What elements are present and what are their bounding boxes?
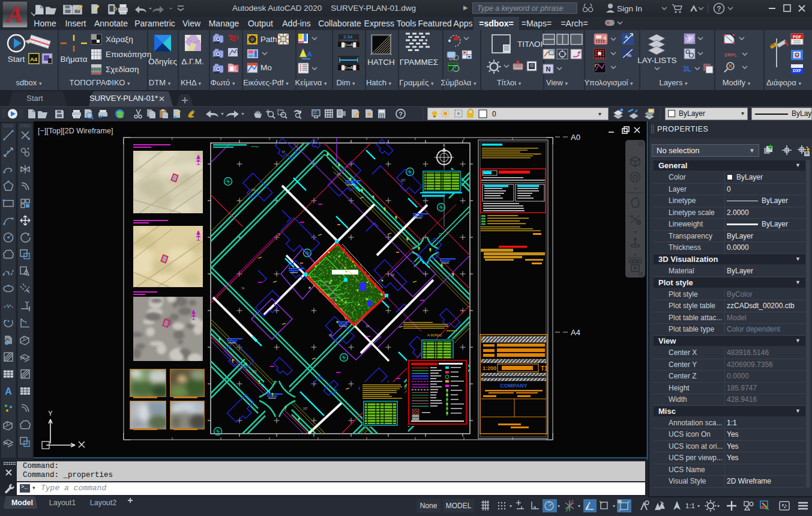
svg-text:123: 123: [449, 57, 456, 61]
svg-text:1:1: 1:1: [685, 502, 695, 509]
svg-text:?: ?: [398, 111, 403, 118]
svg-text:A: A: [625, 34, 628, 40]
svg-text:107: 107: [401, 179, 406, 182]
svg-text:None: None: [420, 502, 438, 510]
svg-text:τοπογρ.: τοπογρ.: [251, 145, 259, 148]
svg-text:P: P: [579, 50, 581, 54]
svg-text:A4: A4: [571, 328, 580, 337]
svg-text:ΔΕΗ: ΔΕΗ: [768, 43, 775, 47]
svg-text:ΓΡΑΜΜΕΣ: ΓΡΑΜΜΕΣ: [400, 58, 438, 67]
svg-text:Χάραξη: Χάραξη: [106, 35, 133, 44]
svg-text:3L: 3L: [683, 65, 691, 73]
svg-text:74: 74: [241, 287, 245, 290]
svg-text:1:200: 1:200: [483, 365, 496, 371]
svg-text:Σχεδίαση: Σχεδίαση: [106, 65, 139, 74]
svg-text:COMPANY: COMPANY: [500, 383, 527, 389]
svg-text:Mo: Mo: [260, 63, 272, 72]
svg-text:%: %: [627, 52, 631, 58]
svg-text:94: 94: [366, 325, 370, 328]
svg-text:1: 1: [236, 49, 239, 54]
svg-text:Οδηγίες: Οδηγίες: [148, 57, 177, 66]
svg-text:HATCH: HATCH: [367, 58, 395, 67]
svg-text:Layout2: Layout2: [90, 499, 117, 507]
svg-text:MODEL: MODEL: [446, 502, 472, 510]
svg-text:▾: ▾: [717, 503, 720, 509]
svg-text:▾: ▾: [578, 503, 580, 509]
svg-text:B: B: [604, 36, 607, 40]
svg-text:Path: Path: [260, 35, 277, 44]
svg-text:LAY-LISTS: LAY-LISTS: [637, 56, 676, 65]
svg-text:Model: Model: [11, 499, 33, 507]
svg-text:Βήματα: Βήματα: [60, 55, 87, 64]
svg-text:65: 65: [391, 274, 395, 277]
svg-text:?: ?: [717, 5, 721, 13]
svg-text:PDF: PDF: [793, 35, 802, 39]
svg-text:75: 75: [277, 233, 281, 236]
svg-text:68: 68: [329, 334, 332, 337]
svg-text:▾: ▾: [697, 503, 700, 509]
svg-text:Επισκόπηση: Επισκόπηση: [106, 50, 151, 59]
svg-text:Y: Y: [48, 410, 53, 417]
svg-text:ZRPL: ZRPL: [724, 52, 737, 58]
svg-text:Sign In: Sign In: [617, 4, 642, 13]
svg-text:3.54: 3.54: [343, 34, 353, 40]
svg-text:A4: A4: [30, 56, 38, 62]
svg-text:N: N: [546, 65, 551, 73]
svg-text:Layout1: Layout1: [49, 499, 76, 507]
svg-text:ΤΙΤΛΟΙ: ΤΙΤΛΟΙ: [517, 40, 543, 49]
svg-text:B: B: [443, 144, 445, 147]
svg-text:▾: ▾: [510, 503, 512, 509]
svg-text:A: A: [307, 50, 312, 58]
svg-text:Δ.Γ.Μ.: Δ.Γ.Μ.: [181, 57, 203, 66]
svg-text:103: 103: [252, 370, 257, 373]
svg-text:DXF: DXF: [793, 68, 802, 73]
svg-text:67: 67: [282, 151, 286, 154]
svg-text:▾: ▾: [558, 503, 560, 509]
svg-text:A: A: [5, 386, 12, 396]
svg-text:ΑΙ ΦΟΡΕΑΣ: ΑΙ ΦΟΡΕΑΣ: [427, 334, 442, 337]
svg-text:100: 100: [251, 189, 256, 192]
svg-text:T1: T1: [541, 365, 548, 372]
svg-text:Start: Start: [26, 94, 43, 103]
svg-text:[−][Top][2D Wireframe]: [−][Top][2D Wireframe]: [38, 127, 113, 135]
svg-text:107: 107: [303, 407, 308, 410]
svg-text:61: 61: [337, 173, 341, 176]
svg-text:1: 1: [236, 34, 239, 40]
svg-text:SURVEY-PLAN-01*: SURVEY-PLAN-01*: [89, 94, 158, 103]
svg-text:A0: A0: [571, 133, 580, 142]
svg-text:▾: ▾: [613, 503, 615, 509]
svg-text:Start: Start: [8, 55, 25, 64]
svg-text:0: 0: [492, 110, 496, 118]
svg-text:77: 77: [439, 233, 442, 236]
